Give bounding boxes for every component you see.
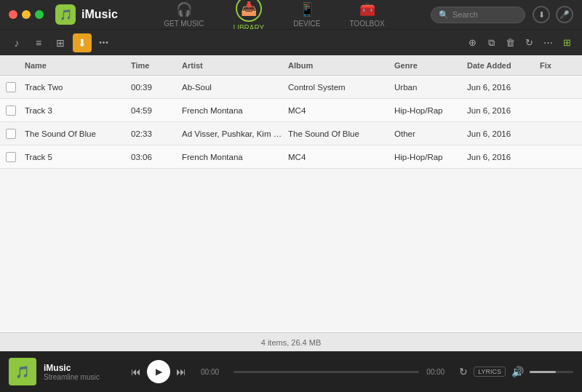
list-view-button[interactable]: ≡ [29, 33, 48, 52]
cell-genre: Hip-Hop/Rap [394, 106, 467, 115]
settings-icon[interactable]: ⋯ [540, 35, 556, 51]
player-right: ↻ LYRICS 🔊 [459, 366, 573, 377]
cell-artist: Ad Visser, Pushkar, Kim M... [182, 129, 288, 138]
cell-time: 04:59 [131, 106, 182, 115]
time-total: 00:00 [426, 368, 452, 376]
logo-icon: 🎵 [55, 4, 76, 25]
header-icons: ⬇ 🎤 [533, 6, 573, 23]
player-controls: ⏮ ▶ ⏭ [131, 360, 186, 383]
player-art: 🎵 [9, 358, 36, 385]
cell-album: Control System [288, 83, 394, 92]
cell-name: Track 3 [25, 106, 131, 115]
search-box[interactable]: 🔍 Search [431, 7, 525, 23]
player: 🎵 iMusic Streamline music ⏮ ▶ ⏭ 00:00 00… [0, 351, 582, 392]
cell-artist: French Montana [182, 153, 288, 161]
cell-name: The Sound Of Blue [25, 129, 131, 138]
cell-time: 03:06 [131, 153, 182, 161]
add-icon[interactable]: ⊕ [464, 35, 480, 51]
cell-artist: French Montana [182, 106, 288, 115]
title-bar: 🎵 iMusic 🎧 GET MUSIC 📥 LIBRARY 📱 DEVICE … [0, 0, 582, 29]
col-artist: Artist [182, 61, 288, 70]
player-info: iMusic Streamline music [44, 363, 116, 381]
mic-icon[interactable]: 🎤 [556, 6, 573, 23]
volume-icon[interactable]: 🔊 [511, 366, 524, 377]
cell-date: Jun 6, 2016 [467, 153, 540, 161]
row-checkbox[interactable] [6, 105, 16, 116]
cell-time: 00:39 [131, 83, 182, 92]
music-note-button[interactable]: ♪ [7, 33, 26, 52]
search-placeholder: Search [453, 10, 478, 19]
play-button[interactable]: ▶ [147, 360, 170, 383]
cell-artist: Ab-Soul [182, 83, 288, 92]
table-row[interactable]: Track 3 04:59 French Montana MC4 Hip-Hop… [0, 99, 582, 122]
more-button[interactable]: ••• [95, 33, 113, 52]
status-bar: 4 items, 26.4 MB [0, 332, 582, 351]
cell-time: 02:33 [131, 129, 182, 138]
library-icon: 📥 [236, 0, 262, 22]
grid-view-button[interactable]: ⊞ [51, 33, 70, 52]
cell-album: The Sound Of Blue [288, 129, 394, 138]
tab-device-label: DEVICE [293, 20, 320, 28]
col-time: Time [131, 61, 182, 70]
download-header-icon[interactable]: ⬇ [533, 6, 550, 23]
col-genre: Genre [394, 61, 467, 70]
lyrics-button[interactable]: LYRICS [474, 367, 506, 377]
delete-icon[interactable]: 🗑 [502, 35, 518, 51]
col-name: Name [25, 61, 131, 70]
row-checkbox[interactable] [6, 152, 16, 162]
status-text: 4 items, 26.4 MB [261, 338, 322, 347]
duplicate-icon[interactable]: ⧉ [483, 35, 499, 51]
cell-name: Track Two [25, 83, 131, 92]
cell-genre: Hip-Hop/Rap [394, 153, 467, 161]
cell-album: MC4 [288, 153, 394, 161]
table-row[interactable]: Track 5 03:06 French Montana MC4 Hip-Hop… [0, 145, 582, 169]
table-header: Name Time Artist Album Genre Date Added … [0, 55, 582, 76]
cell-genre: Other [394, 129, 467, 138]
row-checkbox[interactable] [6, 129, 16, 139]
col-album: Album [288, 61, 394, 70]
search-icon: 🔍 [439, 10, 449, 20]
toolbox-icon: 🧰 [359, 1, 375, 17]
maximize-button[interactable] [35, 10, 44, 19]
tab-device[interactable]: 📱 DEVICE [279, 0, 335, 31]
progress-bar[interactable] [234, 371, 419, 373]
table-body: Track Two 00:39 Ab-Soul Control System U… [0, 76, 582, 332]
minimize-button[interactable] [22, 10, 31, 19]
row-checkbox[interactable] [6, 82, 16, 92]
window-controls [9, 10, 44, 19]
toolbar-right: ⊕ ⧉ 🗑 ↻ ⋯ ⊞ [464, 35, 575, 51]
download-button[interactable]: ⬇ [73, 33, 92, 52]
volume-bar[interactable] [530, 371, 573, 373]
device-icon: 📱 [299, 1, 315, 17]
table-row[interactable]: Track Two 00:39 Ab-Soul Control System U… [0, 76, 582, 99]
cell-date: Jun 6, 2016 [467, 106, 540, 115]
cell-album: MC4 [288, 106, 394, 115]
toolbar: ♪ ≡ ⊞ ⬇ ••• ⊕ ⧉ 🗑 ↻ ⋯ ⊞ [0, 29, 582, 55]
player-title: iMusic [44, 363, 116, 373]
refresh-icon[interactable]: ↻ [521, 35, 537, 51]
repeat-icon[interactable]: ↻ [459, 366, 468, 377]
cell-date: Jun 6, 2016 [467, 129, 540, 138]
cell-name: Track 5 [25, 153, 131, 161]
tab-get-music[interactable]: 🎧 GET MUSIC [149, 0, 218, 31]
grid-icon[interactable]: ⊞ [559, 35, 575, 51]
tab-toolbox-label: TOOLBOX [349, 20, 384, 28]
col-date: Date Added [467, 61, 540, 70]
cell-date: Jun 6, 2016 [467, 83, 540, 92]
prev-button[interactable]: ⏮ [131, 366, 141, 377]
table-row[interactable]: The Sound Of Blue 02:33 Ad Visser, Pushk… [0, 122, 582, 145]
player-subtitle: Streamline music [44, 373, 116, 381]
col-fix: Fix [540, 61, 576, 70]
main-content: Name Time Artist Album Genre Date Added … [0, 55, 582, 351]
get-music-icon: 🎧 [176, 1, 192, 17]
cell-genre: Urban [394, 83, 467, 92]
tab-toolbox[interactable]: 🧰 TOOLBOX [335, 0, 399, 31]
tab-get-music-label: GET MUSIC [164, 20, 204, 28]
app-logo: 🎵 iMusic [55, 4, 118, 25]
time-current: 00:00 [201, 368, 226, 376]
volume-fill [530, 371, 556, 373]
next-button[interactable]: ⏭ [176, 366, 186, 377]
app-title: iMusic [81, 8, 118, 21]
close-button[interactable] [9, 10, 17, 19]
